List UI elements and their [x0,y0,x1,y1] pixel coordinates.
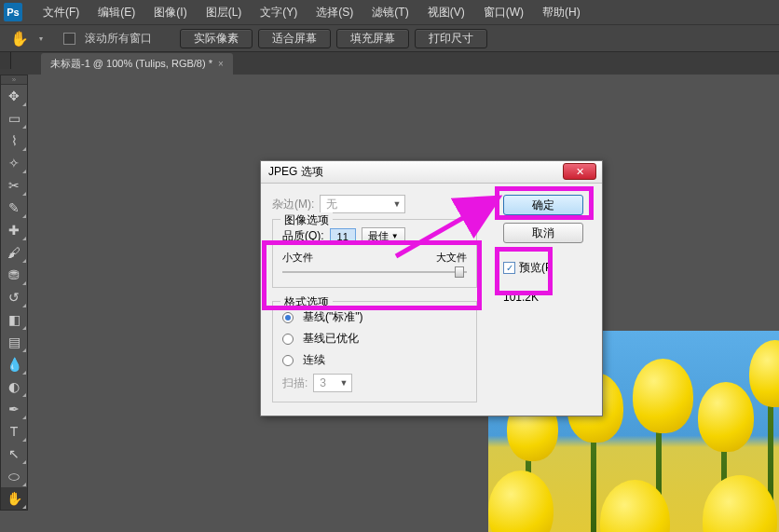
path-select-tool[interactable]: ↖ [1,443,27,465]
gradient-tool[interactable]: ▤ [1,331,27,353]
image-options-legend: 图像选项 [280,212,333,228]
format-options-legend: 格式选项 [280,294,333,310]
baseline-opt-label: 基线已优化 [303,331,359,347]
scroll-all-checkbox[interactable] [63,33,75,45]
scans-value: 3 [320,376,326,389]
type-tool[interactable]: T [1,420,27,443]
eraser-tool[interactable]: ◧ [1,308,27,331]
baseline-label: 基线("标准") [303,309,363,325]
large-file-label: 大文件 [436,251,467,265]
hand-tool[interactable]: ✋ [1,487,27,510]
jpeg-options-dialog: JPEG 选项 ✕ 杂边(M): 无 ▼ 图像选项 品质(Q): 最佳 ▼ 小文… [260,160,603,416]
progressive-radio[interactable] [282,355,294,366]
quality-label: 品质(Q): [282,228,324,244]
menu-type[interactable]: 文字(Y) [251,5,307,20]
format-options-group: 格式选项 基线("标准") 基线已优化 连续 扫描: 3 ▼ [272,301,477,402]
menu-image[interactable]: 图像(I) [144,5,196,20]
actual-pixels-button[interactable]: 实际像素 [180,29,253,48]
matte-label: 杂边(M): [272,197,314,212]
document-tab-title: 未标题-1 @ 100% (Tulips, RGB/8) * [50,57,212,71]
preview-label: 预览(P [519,260,553,276]
brush-tool[interactable]: 🖌 [1,241,27,264]
fit-screen-button[interactable]: 适合屏幕 [258,29,331,48]
quality-input[interactable] [330,228,356,245]
quality-preset-select[interactable]: 最佳 ▼ [362,227,405,245]
move-tool[interactable]: ✥ [1,85,27,107]
document-tab-bar: 未标题-1 @ 100% (Tulips, RGB/8) * × [0,52,779,75]
left-strip [0,52,11,69]
chevron-down-icon: ▼ [391,232,399,240]
scroll-all-label: 滚动所有窗口 [85,31,152,47]
chevron-down-icon: ▼ [392,199,401,209]
menu-file[interactable]: 文件(F) [34,5,89,20]
baseline-opt-radio[interactable] [282,334,294,345]
menu-window[interactable]: 窗口(W) [474,5,533,20]
marquee-tool[interactable]: ▭ [1,107,27,130]
fill-screen-button[interactable]: 填充屏幕 [336,29,409,48]
scans-select: 3 ▼ [313,374,352,392]
menu-help[interactable]: 帮助(H) [533,5,590,20]
lasso-tool[interactable]: ⌇ [1,130,27,152]
baseline-radio[interactable] [282,312,294,323]
tool-preset-dropdown-icon[interactable]: ▾ [39,31,47,46]
pen-tool[interactable]: ✒ [1,398,27,420]
hand-tool-icon[interactable]: ✋ [9,28,30,48]
dialog-close-button[interactable]: ✕ [563,163,596,180]
matte-value: 无 [326,197,337,212]
menu-view[interactable]: 视图(V) [418,5,474,20]
image-options-group: 图像选项 品质(Q): 最佳 ▼ 小文件 大文件 [272,219,477,288]
cancel-button[interactable]: 取消 [503,223,583,243]
ok-button[interactable]: 确定 [503,195,583,215]
dodge-tool[interactable]: ◐ [1,375,27,398]
history-brush-tool[interactable]: ↺ [1,286,27,308]
options-bar: ✋ ▾ 滚动所有窗口 实际像素 适合屏幕 填充屏幕 打印尺寸 [0,24,779,52]
healing-tool[interactable]: ✚ [1,219,27,241]
menu-filter[interactable]: 滤镜(T) [362,5,417,20]
progressive-radio-row[interactable]: 连续 [282,352,467,368]
blur-tool[interactable]: 💧 [1,353,27,375]
chevron-down-icon: ▼ [339,378,348,388]
scans-label: 扫描: [282,375,308,391]
eyedropper-tool[interactable]: ✎ [1,197,27,219]
quality-slider[interactable] [282,266,467,278]
menu-layer[interactable]: 图层(L) [197,5,252,20]
baseline-radio-row[interactable]: 基线("标准") [282,309,467,325]
dialog-title: JPEG 选项 [268,164,323,180]
baseline-opt-radio-row[interactable]: 基线已优化 [282,331,467,347]
print-size-button[interactable]: 打印尺寸 [415,29,487,48]
preview-checkbox[interactable]: ✓ [503,262,515,274]
stamp-tool[interactable]: ⛃ [1,264,27,286]
close-tab-icon[interactable]: × [218,59,224,69]
tools-grip-icon[interactable]: » [1,75,27,85]
small-file-label: 小文件 [282,251,313,265]
quality-preset-value: 最佳 [368,229,389,243]
dialog-titlebar[interactable]: JPEG 选项 ✕ [261,161,602,184]
document-tab[interactable]: 未标题-1 @ 100% (Tulips, RGB/8) * × [41,53,233,75]
shape-tool[interactable]: ⬭ [1,465,27,487]
ps-logo-icon: Ps [4,3,22,21]
matte-select[interactable]: 无 ▼ [320,195,405,213]
menu-bar: Ps 文件(F) 编辑(E) 图像(I) 图层(L) 文字(Y) 选择(S) 滤… [0,0,779,24]
tools-panel: » ✥ ▭ ⌇ ✧ ✂ ✎ ✚ 🖌 ⛃ ↺ ◧ ▤ 💧 ◐ ✒ T ↖ ⬭ ✋ [0,75,28,511]
magic-wand-tool[interactable]: ✧ [1,152,27,174]
slider-thumb[interactable] [455,266,464,278]
crop-tool[interactable]: ✂ [1,174,27,197]
menu-edit[interactable]: 编辑(E) [89,5,144,20]
progressive-label: 连续 [303,352,325,368]
file-size-text: 101.2K [503,291,591,304]
menu-select[interactable]: 选择(S) [307,5,362,20]
